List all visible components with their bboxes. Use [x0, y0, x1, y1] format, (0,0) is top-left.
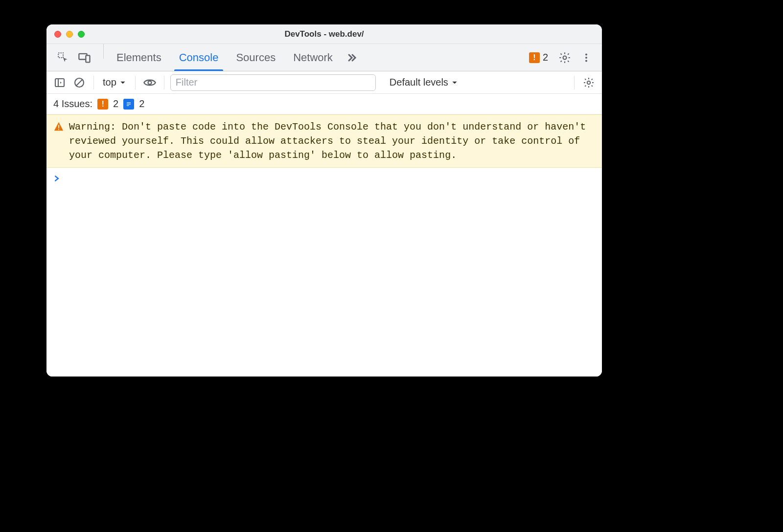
header-issues-chip[interactable]: ! 2 — [524, 52, 553, 63]
tab-label: Sources — [236, 51, 276, 64]
more-options-button[interactable] — [576, 48, 596, 67]
clear-console-button[interactable] — [71, 74, 88, 91]
window-title: DevTools - web.dev/ — [46, 29, 602, 39]
show-console-sidebar-button[interactable] — [51, 74, 68, 91]
divider — [574, 76, 575, 89]
tab-console[interactable]: Console — [170, 44, 228, 71]
tab-elements[interactable]: Elements — [108, 44, 170, 71]
more-tabs-button[interactable] — [342, 44, 361, 71]
main-tabstrip: Elements Console Sources Network ! 2 — [46, 44, 602, 71]
context-label: top — [103, 77, 116, 88]
self-xss-warning: Warning: Don't paste code into the DevTo… — [46, 114, 602, 168]
warning-triangle-icon — [53, 121, 64, 132]
chevron-down-icon — [119, 79, 126, 86]
tab-label: Network — [293, 51, 333, 64]
svg-point-12 — [587, 81, 590, 84]
inspect-element-button[interactable] — [53, 48, 73, 67]
svg-rect-13 — [127, 102, 131, 103]
svg-rect-0 — [58, 53, 63, 58]
execution-context-select[interactable]: top — [100, 77, 129, 88]
svg-rect-16 — [58, 125, 59, 128]
header-issue-count: 2 — [543, 52, 548, 63]
svg-point-4 — [585, 53, 587, 55]
divider — [135, 76, 136, 89]
svg-point-6 — [585, 60, 587, 62]
device-toolbar-button[interactable] — [75, 48, 94, 67]
traffic-lights — [46, 31, 85, 38]
svg-rect-17 — [58, 129, 59, 130]
tab-label: Console — [179, 51, 219, 64]
maximize-window-button[interactable] — [78, 31, 85, 38]
console-settings-button[interactable] — [580, 74, 597, 91]
issues-orange-count: 2 — [113, 98, 118, 110]
titlebar: DevTools - web.dev/ — [46, 24, 602, 44]
minimize-window-button[interactable] — [66, 31, 73, 38]
console-prompt[interactable] — [46, 168, 602, 189]
info-badge-icon — [123, 99, 134, 110]
svg-point-11 — [148, 81, 151, 84]
issues-summary[interactable]: 4 Issues: ! 2 2 — [46, 94, 602, 114]
warning-badge-icon: ! — [529, 52, 540, 63]
issues-blue-count: 2 — [139, 98, 144, 110]
console-toolbar: top Default levels — [46, 71, 602, 94]
svg-point-3 — [563, 56, 567, 59]
devtools-window: DevTools - web.dev/ Elements Console Sou… — [46, 24, 602, 377]
divider — [164, 76, 164, 89]
filter-input[interactable] — [170, 74, 376, 91]
warning-badge-icon: ! — [97, 99, 108, 110]
tab-sources[interactable]: Sources — [227, 44, 284, 71]
svg-line-10 — [76, 80, 82, 86]
warning-text: Warning: Don't paste code into the DevTo… — [69, 120, 595, 162]
live-expression-button[interactable] — [141, 74, 158, 91]
svg-rect-7 — [55, 79, 64, 87]
prompt-caret-icon — [53, 175, 60, 182]
divider — [93, 76, 94, 89]
svg-rect-15 — [127, 105, 129, 106]
tab-label: Elements — [116, 51, 161, 64]
chevron-down-icon — [451, 79, 458, 86]
settings-button[interactable] — [555, 48, 575, 67]
levels-label: Default levels — [390, 77, 448, 88]
svg-point-5 — [585, 56, 587, 58]
tab-network[interactable]: Network — [284, 44, 342, 71]
svg-rect-14 — [127, 104, 131, 104]
divider — [103, 44, 104, 59]
close-window-button[interactable] — [54, 31, 61, 38]
console-body: Warning: Don't paste code into the DevTo… — [46, 114, 602, 377]
log-levels-select[interactable]: Default levels — [386, 77, 462, 88]
svg-rect-2 — [86, 55, 90, 62]
issues-label: 4 Issues: — [53, 98, 92, 110]
